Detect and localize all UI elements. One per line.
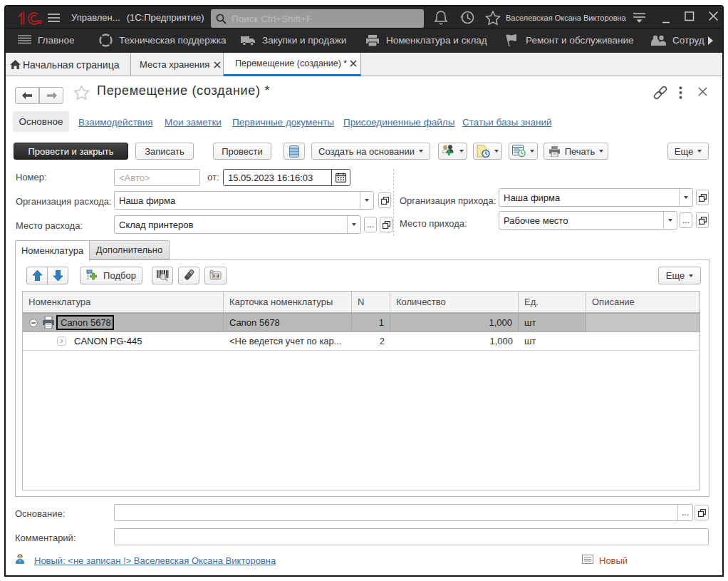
svg-text:0-9: 0-9 bbox=[213, 273, 220, 278]
